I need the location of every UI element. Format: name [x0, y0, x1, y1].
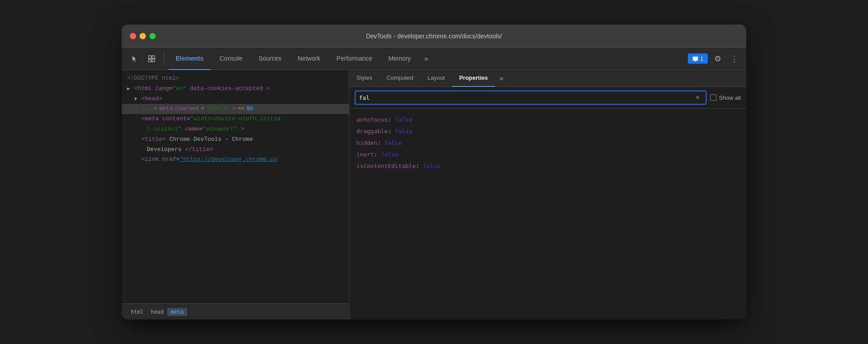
- dom-line-title-2: Developers </title>: [122, 145, 349, 155]
- main-content: <!DOCTYPE html> <html lang="en" data-coo…: [122, 70, 746, 319]
- breadcrumb-html[interactable]: html: [127, 308, 147, 316]
- toolbar: Elements Console Sources Network Perform…: [122, 48, 746, 70]
- toolbar-divider: [164, 53, 164, 65]
- panel-more-tabs-icon[interactable]: »: [496, 74, 507, 82]
- dom-line-html[interactable]: <html lang="en" data-cookies-accepted >: [122, 84, 349, 94]
- prop-name-draggable: draggable: [356, 128, 388, 135]
- toolbar-right: 1 ⚙ ⋮: [688, 52, 741, 66]
- svg-rect-1: [152, 56, 155, 58]
- show-all-checkbox[interactable]: [710, 94, 716, 101]
- close-button[interactable]: [130, 33, 136, 39]
- prop-draggable: draggable: false: [356, 126, 739, 137]
- devtools-window: DevTools - developer.chrome.com/docs/dev…: [122, 25, 746, 319]
- dom-line-link[interactable]: <link href="https://developer.chrome.co: [122, 155, 349, 165]
- html-tag-close: >: [266, 85, 270, 92]
- search-input-wrapper: ×: [355, 90, 707, 105]
- html-triangle[interactable]: [127, 86, 130, 93]
- prop-hidden: hidden: false: [356, 137, 739, 149]
- ellipsis-dots: ···: [141, 105, 150, 113]
- breadcrumb-head[interactable]: head: [147, 308, 167, 316]
- dom-line-meta-viewport-2: l-scale=1" name="viewport" >: [122, 124, 349, 135]
- notification-count: 1: [700, 55, 703, 62]
- inspect-icon: [148, 55, 156, 63]
- window-title: DevTools - developer.chrome.com/docs/dev…: [366, 33, 502, 40]
- tab-console[interactable]: Console: [212, 48, 249, 70]
- tab-properties[interactable]: Properties: [452, 70, 495, 87]
- more-tabs-icon[interactable]: »: [421, 55, 432, 63]
- dom-line-meta-charset[interactable]: ··· <meta charset="UTF-8" > == $0: [122, 104, 349, 114]
- prop-name-autofocus: autofocus: [356, 116, 388, 123]
- titlebar: DevTools - developer.chrome.com/docs/dev…: [122, 25, 746, 48]
- properties-list: autofocus: false draggable: false hidden…: [349, 109, 746, 319]
- elements-panel: <!DOCTYPE html> <html lang="en" data-coo…: [122, 70, 349, 319]
- tab-sources[interactable]: Sources: [252, 48, 289, 70]
- svg-rect-4: [693, 57, 698, 61]
- maximize-button[interactable]: [149, 33, 156, 39]
- prop-value-inert: false: [381, 151, 398, 158]
- html-lang-attr: lang: [155, 85, 169, 92]
- cursor-icon-button[interactable]: [127, 52, 142, 66]
- prop-value-draggable: false: [395, 128, 412, 135]
- prop-value-autofocus: false: [395, 116, 412, 123]
- breadcrumb-meta[interactable]: meta: [167, 308, 187, 316]
- svg-rect-2: [149, 59, 151, 62]
- tab-memory[interactable]: Memory: [381, 48, 418, 70]
- dom-line-doctype: <!DOCTYPE html>: [122, 74, 349, 84]
- prop-autofocus: autofocus: false: [356, 114, 739, 126]
- tab-layout[interactable]: Layout: [420, 70, 452, 87]
- head-tag: <: [141, 95, 145, 102]
- tab-elements[interactable]: Elements: [169, 48, 211, 70]
- svg-rect-0: [149, 56, 151, 58]
- dom-line-head[interactable]: <head>: [122, 94, 349, 104]
- dom-tree[interactable]: <!DOCTYPE html> <html lang="en" data-coo…: [122, 70, 349, 303]
- more-options-button[interactable]: ⋮: [727, 52, 741, 66]
- notification-icon: [692, 56, 699, 62]
- breadcrumb: html head meta: [122, 303, 349, 319]
- html-tag-open: <: [134, 85, 138, 92]
- minimize-button[interactable]: [140, 33, 146, 39]
- prop-name-hidden: hidden: [356, 139, 377, 146]
- search-input[interactable]: [359, 94, 691, 101]
- search-bar: × Show all: [349, 87, 746, 109]
- tab-network[interactable]: Network: [290, 48, 327, 70]
- tab-performance[interactable]: Performance: [329, 48, 379, 70]
- head-triangle[interactable]: [134, 96, 137, 103]
- svg-rect-3: [152, 59, 155, 62]
- notification-button[interactable]: 1: [688, 53, 708, 64]
- prop-name-iscontenteditable: isContentEditable: [356, 163, 416, 169]
- inspect-icon-button[interactable]: [144, 52, 159, 66]
- dom-line-meta-viewport-1[interactable]: <meta content="width=device-width,initia: [122, 114, 349, 124]
- cursor-icon: [131, 55, 139, 63]
- prop-name-inert: inert: [356, 151, 374, 158]
- traffic-lights: [130, 33, 156, 39]
- html-lang-value: "en": [173, 85, 186, 92]
- tab-computed[interactable]: Computed: [379, 70, 420, 87]
- prop-iscontenteditable: isContentEditable: false: [356, 160, 739, 172]
- search-clear-button[interactable]: ×: [693, 93, 702, 102]
- panel-tabs: Styles Computed Layout Properties »: [349, 70, 746, 87]
- show-all-label: Show all: [719, 94, 741, 101]
- doctype-text: <!DOCTYPE html>: [127, 75, 179, 82]
- properties-panel: Styles Computed Layout Properties » × Sh…: [349, 70, 746, 319]
- html-data-cookies-attr: data-cookies-accepted: [190, 85, 263, 92]
- dom-line-title-1[interactable]: <title> Chrome DevTools – Chrome: [122, 135, 349, 145]
- html-tag-name: html: [138, 85, 152, 92]
- tab-styles[interactable]: Styles: [349, 70, 379, 87]
- prop-value-hidden: false: [384, 139, 402, 146]
- prop-inert: inert: false: [356, 149, 739, 160]
- settings-button[interactable]: ⚙: [711, 52, 724, 66]
- prop-value-iscontenteditable: false: [423, 163, 440, 169]
- show-all-wrapper: Show all: [710, 94, 741, 101]
